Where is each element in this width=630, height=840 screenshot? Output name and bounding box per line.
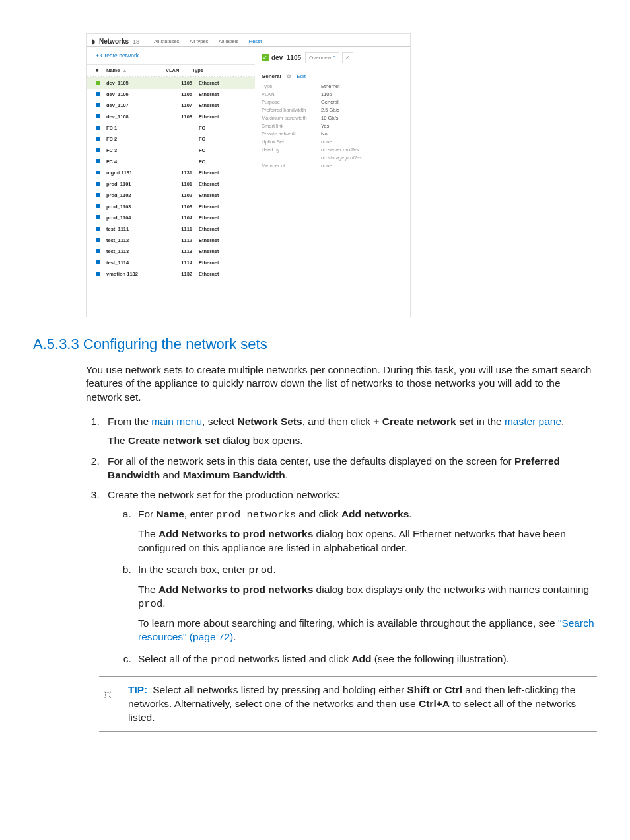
master-pane: + Create network ■ Name ▲ VLAN Type dev_… — [87, 47, 255, 280]
master-pane-link[interactable]: master pane — [505, 416, 561, 427]
table-row[interactable]: test_11121112Ethernet — [87, 235, 255, 246]
property-row: no storage profiles — [262, 155, 403, 161]
row-vlan: 1112 — [166, 237, 199, 243]
detail-header: ✓ dev_1105 Overview ˅ ⤢ — [262, 52, 403, 63]
row-vlan: 1102 — [166, 192, 199, 198]
property-row: Member ofnone — [262, 163, 403, 169]
name-col[interactable]: Name ▲ — [106, 67, 166, 73]
table-row[interactable]: vmotion 11321132Ethernet — [87, 268, 255, 280]
expand-button[interactable]: ⤢ — [342, 52, 353, 63]
table-row[interactable]: prod_11021102Ethernet — [87, 190, 255, 201]
row-vlan: 1101 — [166, 181, 199, 187]
table-row[interactable]: prod_11041104Ethernet — [87, 212, 255, 223]
row-name: test_1111 — [106, 226, 166, 232]
status-icon — [96, 260, 106, 266]
row-vlan: 1111 — [166, 226, 199, 232]
property-row: TypeEthernet — [262, 83, 403, 89]
row-name: prod_1103 — [106, 204, 166, 210]
row-vlan: 1104 — [166, 215, 199, 221]
filter-type[interactable]: All types ˅ — [190, 38, 212, 44]
row-type: Ethernet — [199, 204, 248, 210]
view-dropdown[interactable]: Overview ˅ — [305, 52, 339, 63]
main-menu-link[interactable]: main menu — [151, 416, 202, 427]
step-3: Create the network set for the productio… — [102, 488, 597, 666]
property-key: Purpose — [262, 99, 321, 105]
row-name: dev_1107 — [106, 102, 166, 108]
status-icon — [96, 102, 106, 108]
table-row[interactable]: test_11131113Ethernet — [87, 246, 255, 257]
type-col[interactable]: Type — [192, 67, 248, 73]
property-key: Maximum bandwidth — [262, 115, 321, 121]
table-row[interactable]: dev_11081108Ethernet — [87, 111, 255, 122]
row-vlan: 1108 — [166, 114, 199, 120]
property-value: 10 Gb/s — [321, 115, 403, 121]
row-vlan — [166, 159, 199, 165]
step-3c: Select all of the prod networks listed a… — [134, 652, 597, 667]
table-row[interactable]: dev_11071107Ethernet — [87, 100, 255, 111]
status-icon — [96, 204, 106, 210]
row-type: Ethernet — [199, 260, 248, 266]
reset-link[interactable]: Reset — [249, 38, 262, 44]
row-type: Ethernet — [199, 237, 248, 243]
property-value: none — [321, 139, 403, 145]
row-type: FC — [199, 147, 248, 153]
table-row[interactable]: prod_11011101Ethernet — [87, 178, 255, 190]
property-row: Maximum bandwidth10 Gb/s — [262, 115, 403, 121]
row-vlan: 1131 — [166, 170, 199, 176]
property-row: Uplink Setnone — [262, 139, 403, 145]
property-value: Ethernet — [321, 83, 403, 89]
table-row[interactable]: test_11111111Ethernet — [87, 223, 255, 235]
table-row[interactable]: dev_11051105Ethernet — [87, 77, 255, 89]
property-key: VLAN — [262, 91, 321, 97]
table-row[interactable]: dev_11061106Ethernet — [87, 89, 255, 100]
row-type: FC — [199, 125, 248, 131]
row-type: Ethernet — [199, 181, 248, 187]
property-key — [262, 155, 321, 161]
status-icon — [96, 192, 106, 198]
table-row[interactable]: FC 1FC — [87, 122, 255, 134]
property-value: 1105 — [321, 91, 403, 97]
row-vlan — [166, 125, 199, 131]
table-row[interactable]: test_11141114Ethernet — [87, 257, 255, 268]
filter-label[interactable]: All labels ˅ — [219, 38, 242, 44]
status-icon — [96, 114, 106, 120]
table-row[interactable]: FC 3FC — [87, 145, 255, 156]
property-row: PurposeGeneral — [262, 99, 403, 105]
row-vlan — [166, 136, 199, 142]
chevron-down-icon: ˅ — [333, 55, 335, 61]
row-vlan: 1132 — [166, 271, 199, 277]
table-row[interactable]: mgmt 11311131Ethernet — [87, 167, 255, 178]
property-key: Private network — [262, 131, 321, 137]
row-vlan: 1107 — [166, 102, 199, 108]
row-type: FC — [199, 159, 248, 165]
detail-title: dev_1105 — [271, 54, 301, 61]
table-row[interactable]: FC 2FC — [87, 134, 255, 145]
status-icon — [96, 159, 106, 165]
row-name: test_1114 — [106, 260, 166, 266]
vlan-col[interactable]: VLAN — [166, 67, 192, 73]
filter-status[interactable]: All statuses ˅ — [154, 38, 183, 44]
row-name: prod_1104 — [106, 215, 166, 221]
step-3a: For Name, enter prod networks and click … — [134, 508, 597, 555]
page-title: Networks — [99, 38, 129, 45]
property-key: Type — [262, 83, 321, 89]
table-row[interactable]: FC 4FC — [87, 156, 255, 167]
property-row: Used byno server profiles — [262, 147, 403, 153]
general-section: General ✿ Edit — [262, 69, 403, 79]
status-icon — [96, 226, 106, 232]
section-heading: A.5.3.3 Configuring the network sets — [33, 336, 597, 353]
row-name: FC 3 — [106, 147, 166, 153]
row-vlan: 1103 — [166, 204, 199, 210]
row-type: Ethernet — [199, 192, 248, 198]
create-network-link[interactable]: + Create network — [87, 47, 255, 65]
row-name: test_1113 — [106, 248, 166, 254]
property-row: Private networkNo — [262, 131, 403, 137]
edit-link[interactable]: Edit — [297, 73, 306, 79]
count-badge: 18 — [133, 38, 139, 45]
status-icon — [96, 248, 106, 254]
status-icon — [96, 91, 106, 97]
table-row[interactable]: prod_11031103Ethernet — [87, 201, 255, 212]
row-vlan: 1105 — [166, 80, 199, 86]
chevron-down-icon: ˅ — [209, 40, 212, 44]
row-name: dev_1106 — [106, 91, 166, 97]
